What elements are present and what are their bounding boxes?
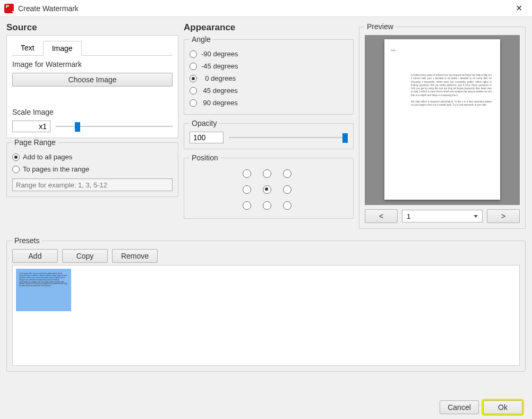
presets-group: Presets Add Copy Remove Lorem ipsum dolo… — [6, 236, 526, 372]
pos-bot-center[interactable] — [263, 201, 271, 210]
tab-image[interactable]: Image — [43, 41, 82, 56]
radio-page-range-label: To pages in the range — [23, 165, 89, 173]
pos-mid-center[interactable] — [263, 185, 271, 194]
radio-angle-neg90[interactable]: -90 degrees — [190, 48, 348, 60]
preview-legend: Preview — [365, 22, 396, 31]
angle-group: Angle -90 degrees -45 degrees 0 degrees … — [184, 35, 354, 115]
cancel-button[interactable]: Cancel — [440, 400, 479, 414]
opacity-input[interactable] — [190, 132, 224, 143]
source-heading: Source — [6, 22, 178, 33]
preview-page-select[interactable]: 1 — [402, 210, 483, 223]
preset-add-button[interactable]: Add — [12, 249, 58, 263]
scale-slider[interactable] — [56, 121, 173, 132]
app-icon — [4, 4, 14, 13]
chevron-down-icon — [474, 215, 478, 218]
preview-next-button[interactable]: > — [487, 209, 520, 223]
source-tabs: Text Image — [12, 41, 173, 56]
pos-mid-right[interactable] — [283, 185, 291, 194]
scale-image-label: Scale Image — [12, 108, 173, 116]
dialog-footer: Cancel Ok — [0, 396, 532, 419]
close-button[interactable]: ✕ — [510, 1, 528, 15]
radio-angle-90[interactable]: 90 degrees — [190, 97, 348, 109]
preset-remove-button[interactable]: Remove — [112, 249, 158, 263]
radio-angle-neg45[interactable]: -45 degrees — [190, 60, 348, 72]
radio-dot-icon — [190, 87, 197, 95]
radio-dot-icon — [190, 63, 197, 70]
opacity-group: Opacity — [184, 119, 354, 149]
radio-angle-0[interactable]: 0 degrees — [190, 72, 348, 84]
radio-page-range[interactable]: To pages in the range — [12, 163, 173, 175]
page-range-group: Page Range Add to all pages To pages in … — [6, 138, 178, 197]
radio-dot-icon — [190, 50, 197, 58]
radio-dot-icon — [12, 166, 20, 173]
preview-prev-button[interactable]: < — [365, 209, 398, 223]
angle-legend: Angle — [190, 35, 213, 44]
pos-top-center[interactable] — [263, 169, 271, 178]
preview-viewport: Hello to follow every piece of advice fr… — [365, 35, 520, 205]
opacity-slider[interactable] — [229, 132, 348, 143]
source-panel: Text Image Image for Watermark Choose Im… — [6, 35, 178, 138]
window-title: Create Watermark — [18, 4, 510, 13]
image-for-watermark-label: Image for Watermark — [12, 60, 173, 69]
opacity-legend: Opacity — [190, 119, 219, 127]
radio-dot-icon — [12, 153, 20, 161]
ok-button[interactable]: Ok — [483, 400, 522, 414]
radio-all-pages-label: Add to all pages — [23, 153, 72, 161]
presets-legend: Presets — [12, 236, 41, 245]
pos-bot-right[interactable] — [283, 201, 291, 210]
appearance-heading: Appearance — [184, 22, 354, 33]
scale-value-input[interactable] — [12, 121, 50, 132]
preview-group: Preview Hello to follow every piece of a… — [359, 22, 526, 229]
radio-dot-icon — [190, 75, 197, 82]
page-range-input[interactable] — [12, 178, 173, 191]
position-legend: Position — [190, 153, 220, 162]
pos-mid-left[interactable] — [243, 185, 251, 194]
preset-item[interactable]: Lorem ipsum dolor sit amet consectetur a… — [16, 269, 71, 311]
choose-image-button[interactable]: Choose Image — [12, 73, 173, 87]
position-group: Position — [184, 153, 354, 219]
title-bar: Create Watermark ✕ — [0, 0, 532, 17]
radio-dot-icon — [190, 99, 197, 107]
tab-text[interactable]: Text — [12, 41, 43, 55]
preset-list[interactable]: Lorem ipsum dolor sit amet consectetur a… — [12, 265, 520, 366]
radio-all-pages[interactable]: Add to all pages — [12, 151, 173, 163]
radio-angle-45[interactable]: 45 degrees — [190, 84, 348, 97]
preset-copy-button[interactable]: Copy — [62, 249, 108, 263]
page-range-legend: Page Range — [12, 138, 58, 147]
preview-page-number: 1 — [407, 212, 410, 220]
pos-bot-left[interactable] — [243, 201, 251, 210]
preview-page: Hello to follow every piece of advice fr… — [384, 39, 500, 200]
pos-top-left[interactable] — [243, 169, 251, 178]
pos-top-right[interactable] — [283, 169, 291, 178]
